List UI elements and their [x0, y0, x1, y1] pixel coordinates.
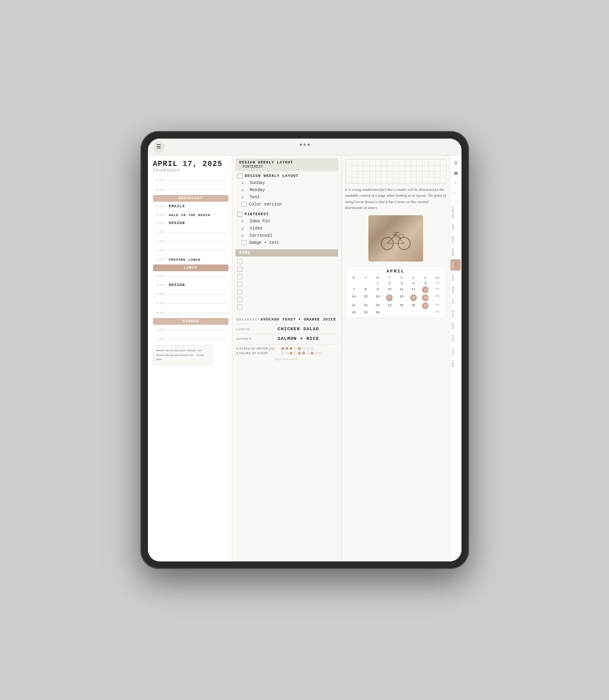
- lunch-meal-content: CHICKEN SALAD: [260, 326, 337, 331]
- tab-dec[interactable]: DEC: [451, 358, 461, 369]
- time-label-05am: 05 AM: [153, 179, 166, 182]
- task-color: Color version: [236, 201, 338, 208]
- footer-credit: byinma.com: [236, 355, 338, 363]
- empty-check-1: [237, 259, 242, 264]
- tab-jun[interactable]: JUN: [451, 284, 461, 295]
- tab-nov[interactable]: NOV: [451, 345, 461, 357]
- calendar-icon[interactable]: ▦: [452, 169, 459, 176]
- calendar-section: APRIL M T W T F S S WK: [345, 266, 446, 318]
- empty-check-7: [237, 305, 242, 310]
- sleep-dot-8: [311, 352, 314, 355]
- tab-feb[interactable]: FEB: [451, 234, 461, 245]
- cal-day-w5-2: 29: [360, 310, 371, 315]
- cal-day-w2-7: 13: [422, 286, 429, 293]
- bookmark-icon[interactable]: ⌐: [452, 189, 459, 197]
- quote-box: Women like me have gone through hell. Wo…: [153, 345, 212, 365]
- water-dot-5: [298, 347, 301, 350]
- emails-event: EMAILS: [169, 204, 185, 208]
- tab-may[interactable]: MAY: [451, 271, 461, 283]
- cal-header-t2: T: [384, 275, 395, 280]
- panels: April 17, 2025 Thursday 05 AM 06 AM: [148, 155, 461, 561]
- dinner-label: DINNER: [182, 319, 199, 323]
- time-row-01pm: 01 PM: [153, 246, 228, 255]
- pinterest-sub-label: PINTEREST: [239, 165, 334, 169]
- time-row-12pm: 12 PM: [153, 237, 228, 246]
- time-label-04pm: 04 PM: [153, 275, 166, 278]
- tab-aug[interactable]: AUG: [451, 307, 461, 319]
- quote-text: Women like me have gone through hell. Wo…: [156, 349, 204, 361]
- tab-mar[interactable]: MAR: [451, 246, 461, 258]
- cal-day-w3-5: 18: [396, 294, 407, 302]
- time-label-06am: 06 AM: [153, 188, 166, 191]
- schedule: 05 AM 06 AM BREAKFAST: [153, 176, 228, 558]
- cal-header-wk: WK: [432, 275, 443, 280]
- cal-day-w4-2: 22: [360, 302, 371, 309]
- cal-day-w3-6: 19: [410, 294, 417, 301]
- cal-wk-4: WK: [432, 302, 443, 309]
- tab-yearly[interactable]: YEARLY: [451, 203, 461, 221]
- time-row-06am: 06 AM: [153, 185, 228, 194]
- calendar-grid: M T W T F S S WK 1 2: [348, 275, 443, 315]
- svg-line-2: [387, 234, 396, 243]
- day-display: Thursday: [153, 168, 228, 172]
- time-row-05am: 05 AM: [153, 176, 228, 185]
- cal-day-w4-7: 27: [422, 302, 429, 309]
- plus-icon[interactable]: +: [452, 179, 459, 187]
- time-row-02pm: 02 PM PREPARE LUNCH: [153, 255, 228, 264]
- tab-jul[interactable]: JUL: [451, 296, 461, 306]
- cal-day-w5-4: [384, 310, 395, 315]
- home-empty-3: [236, 273, 338, 281]
- cal-header-t1: T: [360, 275, 371, 280]
- time-label-11am: 11 AM: [153, 230, 166, 234]
- home-empty-4: [236, 281, 338, 288]
- cal-day-w5-7: [420, 310, 431, 315]
- menu-icon[interactable]: ☰: [153, 141, 165, 153]
- breakfast-event: BREAKFAST: [153, 195, 228, 202]
- hamburger-icon[interactable]: ☰: [452, 159, 459, 166]
- meal-dinner: DINNER SALMON + RICE: [236, 335, 338, 342]
- water-dot-4: [294, 347, 297, 350]
- cal-day-w3-3: 16: [372, 294, 383, 302]
- time-row-07pm: 07 PM: [153, 299, 228, 308]
- dinner-block: DINNER: [153, 318, 228, 325]
- dinner-meal-content: SALMON + RICE: [260, 336, 337, 341]
- time-row-10am: 10 AM DESIGN: [153, 219, 228, 227]
- status-dots: [300, 144, 309, 146]
- sleep-dot-10: [319, 352, 322, 355]
- tab-oct[interactable]: OCT: [451, 332, 461, 344]
- water-dots: [281, 347, 314, 350]
- home-header: HOME: [236, 249, 338, 256]
- empty-check-3: [237, 274, 242, 279]
- task-video: ✓ Video: [236, 225, 338, 232]
- cal-day-w2-4: 10: [384, 286, 395, 293]
- time-label-10pm: 10 PM: [153, 328, 166, 331]
- tab-apr[interactable]: APR: [451, 259, 461, 270]
- tab-jan[interactable]: JAN: [451, 222, 461, 233]
- home-empty-6: [236, 296, 338, 303]
- cal-day-w5-3: 30: [372, 310, 383, 315]
- dinner-event: DINNER: [153, 318, 228, 325]
- lunch-label: LUNCH: [184, 266, 197, 270]
- time-row-08pm: 08 PM: [153, 308, 228, 317]
- time-row-06pm: 06 PM: [153, 289, 228, 299]
- cal-day-w5-1: 28: [348, 310, 359, 315]
- cal-day-w3-2: 15: [360, 294, 371, 302]
- meals-section: BREAKFAST AVOCADO TOAST + ORANGE JUICE L…: [236, 314, 338, 363]
- empty-check-6: [237, 297, 242, 302]
- tab-sep[interactable]: SEP: [451, 320, 461, 331]
- main-content: ☰ April 17, 2025 Thursday 05 AM: [148, 139, 461, 561]
- cal-wk-1: WK: [432, 281, 443, 286]
- time-label-08am: 08 AM: [153, 205, 166, 208]
- cal-header-w: W: [372, 275, 383, 280]
- task-section-pinterest: PINTEREST ✓ Idea Pin ✓ Video ✓ Carrou: [236, 211, 338, 246]
- tasks-panel: DESIGN WEEKLY LAYOUT PINTEREST DESIGN WE…: [232, 155, 342, 561]
- cal-wk-3: WK: [432, 294, 443, 302]
- date-header: April 17, 2025 Thursday: [153, 160, 228, 172]
- time-label-07pm: 07 PM: [153, 302, 166, 305]
- task-section-design: DESIGN WEEKLY LAYOUT PINTEREST DESIGN WE…: [236, 159, 338, 208]
- meal-breakfast: BREAKFAST AVOCADO TOAST + ORANGE JUICE: [236, 316, 338, 323]
- task-carrousel: ✓ Carrousel: [236, 232, 338, 239]
- cal-day-w3-today: 17: [384, 294, 395, 302]
- cal-day-w1-5: 3: [396, 281, 407, 286]
- empty-check-2: [237, 267, 242, 272]
